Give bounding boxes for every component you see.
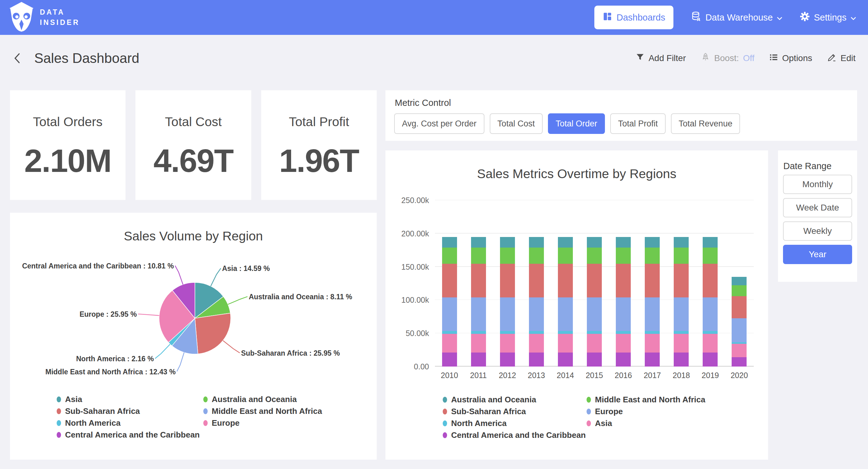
date-range-option-weekly[interactable]: Weekly <box>783 222 852 241</box>
bar-segment-europe <box>645 297 660 331</box>
x-axis-tick: 2018 <box>667 371 696 380</box>
legend-item-sub-saharan-africa[interactable]: Sub-Saharan Africa <box>57 407 203 415</box>
x-axis-tick: 2020 <box>725 371 754 380</box>
legend-label: North America <box>65 418 121 428</box>
date-range-title: Date Range <box>783 161 832 171</box>
bar-segment-middle-east-and-north-africa <box>616 247 631 264</box>
boost-state: Off <box>743 53 754 63</box>
legend-item-central-america-and-the-caribbean[interactable]: Central America and the Caribbean <box>57 430 203 439</box>
legend-item-europe[interactable]: Europe <box>203 418 322 427</box>
bar-segment-asia <box>558 334 573 353</box>
nav-data-warehouse[interactable]: Data Warehouse <box>691 11 783 24</box>
edit-button[interactable]: Edit <box>827 53 856 64</box>
bar-series <box>435 200 754 367</box>
date-range-card: Date Range MonthlyWeek DateWeeklyYear <box>778 150 857 282</box>
bar-segment-europe <box>674 297 689 331</box>
bar-segment-asia <box>500 334 515 353</box>
metric-option-total-revenue[interactable]: Total Revenue <box>671 113 740 134</box>
kpi-label: Total Cost <box>135 115 251 129</box>
legend-label: Sub-Saharan Africa <box>451 407 526 416</box>
metric-option-avg-cost-per-order[interactable]: Avg. Cost per Order <box>394 113 485 134</box>
boost-label: Boost: <box>714 53 739 63</box>
pie-slice-label: Australia and Oceania : 8.11 % <box>249 293 352 301</box>
chevron-down-icon <box>850 12 856 23</box>
x-axis-tick: 2011 <box>464 371 493 380</box>
kpi-card-total-cost: Total Cost 4.69T <box>135 90 251 200</box>
y-axis-tick: 0.00 <box>385 362 429 371</box>
kpi-label: Total Orders <box>10 115 125 129</box>
back-button[interactable] <box>12 53 22 64</box>
bar-segment-north-america <box>500 331 515 334</box>
metric-option-total-profit[interactable]: Total Profit <box>610 113 665 134</box>
legend-item-central-america-and-the-caribbean[interactable]: Central America and the Caribbean <box>443 431 587 439</box>
x-axis-tick: 2012 <box>493 371 522 380</box>
pie-legend: AsiaAustralia and OceaniaSub-Saharan Afr… <box>57 395 322 439</box>
owl-logo-icon <box>9 2 34 33</box>
bar-segment-central-america-and-the-caribbean <box>645 353 660 367</box>
legend-dot <box>203 408 208 414</box>
y-axis-tick: 150.00k <box>385 263 429 271</box>
legend-item-asia[interactable]: Asia <box>587 419 705 428</box>
date-range-option-monthly[interactable]: Monthly <box>783 175 852 194</box>
metric-option-total-order[interactable]: Total Order <box>548 113 605 134</box>
bar-legend: Australia and OceaniaMiddle East and Nor… <box>443 395 705 439</box>
stacked-bar-2020 <box>732 277 747 367</box>
add-filter-button[interactable]: Add Filter <box>636 53 686 64</box>
date-range-options: MonthlyWeek DateWeeklyYear <box>783 175 852 264</box>
nav-settings-label: Settings <box>814 12 846 23</box>
bar-segment-australia-and-oceania <box>587 237 602 247</box>
legend-item-north-america[interactable]: North America <box>57 418 203 427</box>
legend-item-north-america[interactable]: North America <box>443 419 587 428</box>
bar-segment-asia <box>471 334 486 353</box>
bar-segment-asia <box>674 334 689 353</box>
legend-item-australia-and-oceania[interactable]: Australia and Oceania <box>443 395 587 404</box>
legend-item-sub-saharan-africa[interactable]: Sub-Saharan Africa <box>443 407 587 416</box>
legend-item-asia[interactable]: Asia <box>57 395 203 404</box>
bar-segment-australia-and-oceania <box>616 237 631 247</box>
chevron-down-icon <box>777 12 782 23</box>
bar-segment-europe <box>442 297 457 331</box>
date-range-option-week-date[interactable]: Week Date <box>783 198 852 217</box>
bar-slot-2013 <box>522 200 551 367</box>
nav-dashboards[interactable]: Dashboards <box>594 6 673 29</box>
nav-data-warehouse-label: Data Warehouse <box>706 12 773 23</box>
boost-toggle[interactable]: Boost: Off <box>701 52 754 64</box>
options-button[interactable]: Options <box>769 53 812 64</box>
bar-y-axis: 0.0050.00k100.00k150.00k200.00k250.00k <box>385 200 429 367</box>
bar-slot-2011 <box>464 200 493 367</box>
bar-segment-sub-saharan-africa <box>732 296 747 319</box>
metric-option-total-cost[interactable]: Total Cost <box>490 113 542 134</box>
legend-item-australia-and-oceania[interactable]: Australia and Oceania <box>203 395 322 404</box>
legend-dot <box>443 409 447 414</box>
brand-text: DATA INSIDER <box>40 7 80 28</box>
kpi-label: Total Profit <box>261 115 377 129</box>
x-axis-tick: 2014 <box>551 371 580 380</box>
x-axis-tick: 2013 <box>522 371 551 380</box>
bar-segment-australia-and-oceania <box>471 237 486 247</box>
date-range-option-year[interactable]: Year <box>783 245 852 264</box>
bar-segment-asia <box>703 334 718 353</box>
pie-chart: Asia : 14.59 %Australia and Oceania : 8.… <box>10 213 377 401</box>
rocket-icon <box>701 52 710 64</box>
bar-slot-2019 <box>696 200 725 367</box>
nav-dashboards-label: Dashboards <box>616 12 665 23</box>
bar-segment-middle-east-and-north-africa <box>529 247 544 264</box>
legend-label: Middle East and North Africa <box>212 406 322 416</box>
legend-item-middle-east-and-north-africa[interactable]: Middle East and North Africa <box>203 407 322 415</box>
pie-chart-card: Sales Volume by Region Asia : 14.59 %Aus… <box>10 213 377 460</box>
nav-settings[interactable]: Settings <box>800 11 856 24</box>
legend-dot <box>203 397 208 402</box>
bar-segment-north-america <box>529 331 544 334</box>
pie-slice-middle-east-and-north-africa <box>172 318 198 354</box>
edit-label: Edit <box>841 53 856 63</box>
bar-segment-central-america-and-the-caribbean <box>674 353 689 367</box>
bar-segment-sub-saharan-africa <box>645 264 660 297</box>
pie-slice-label: Central America and the Caribbean : 10.8… <box>22 262 174 270</box>
bar-segment-sub-saharan-africa <box>529 264 544 297</box>
metric-control-title: Metric Control <box>395 98 451 108</box>
legend-item-europe[interactable]: Europe <box>587 407 705 416</box>
app-logo[interactable]: DATA INSIDER <box>9 2 80 33</box>
bar-segment-middle-east-and-north-africa <box>500 247 515 264</box>
bar-segment-europe <box>587 297 602 331</box>
legend-item-middle-east-and-north-africa[interactable]: Middle East and North Africa <box>587 395 705 404</box>
